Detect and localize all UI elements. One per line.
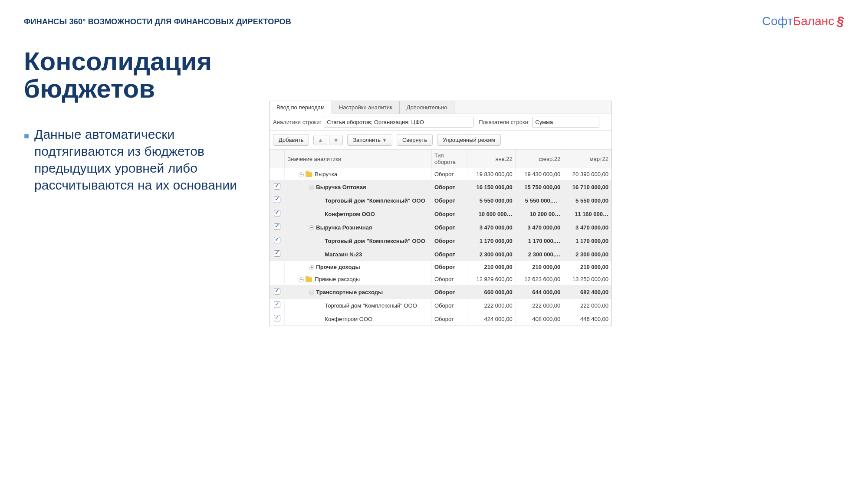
value-cell-m3[interactable]: 446 400,00 [563, 312, 612, 326]
checkbox-icon[interactable] [274, 315, 280, 321]
checkbox-cell[interactable] [270, 248, 285, 261]
value-cell-m1[interactable]: 5 550 000,00 [467, 194, 515, 207]
checkbox-icon[interactable] [274, 210, 280, 216]
value-cell-m1[interactable]: 424 000,00 [467, 312, 515, 326]
checkbox-cell[interactable] [270, 299, 285, 312]
value-cell-m1[interactable]: 660 000,00 [467, 285, 515, 299]
col-analytic-value[interactable]: Значение аналитики [285, 150, 432, 168]
table-row[interactable]: Конфетпром ООООборот10 600 000…10 200 00… [270, 207, 612, 221]
checkbox-cell[interactable] [270, 261, 285, 273]
table-row[interactable]: −ВыручкаОборот19 830 000,0019 430 000,00… [270, 168, 612, 180]
value-cell-m2[interactable]: 15 750 000,00 [515, 180, 563, 194]
value-cell-m1[interactable]: 210 000,00 [467, 261, 515, 273]
value-cell-m1[interactable]: 10 600 000… [467, 207, 515, 221]
value-cell-m3[interactable]: 222 000,00 [563, 299, 612, 312]
row-analytics-input[interactable] [324, 117, 473, 128]
collapse-icon[interactable]: − [299, 277, 304, 282]
move-up-button[interactable]: ▲ [313, 135, 327, 145]
table-row[interactable]: −Выручка ОптоваяОборот16 150 000,0015 75… [270, 180, 612, 194]
table-row[interactable]: Магазин №23Оборот2 300 000,002 300 000,…… [270, 248, 612, 261]
table-row[interactable]: −Выручка РозничнаяОборот3 470 000,003 47… [270, 221, 612, 234]
checkbox-icon[interactable] [274, 183, 280, 190]
collapse-button[interactable]: Свернуть [397, 134, 433, 146]
analytic-name-cell[interactable]: +Прочие доходы [285, 261, 432, 273]
table-row[interactable]: Конфетпром ООООборот424 000,00408 000,00… [270, 312, 612, 326]
value-cell-m2[interactable]: 644 000,00 [515, 285, 563, 299]
value-cell-m1[interactable]: 12 929 600,00 [467, 273, 515, 285]
checkbox-cell[interactable] [270, 221, 285, 234]
table-row[interactable]: Торговый дом "Комплексный" ООООборот5 55… [270, 194, 612, 207]
collapse-icon[interactable]: − [309, 290, 314, 295]
analytic-name-cell[interactable]: Конфетпром ООО [285, 207, 432, 221]
table-row[interactable]: −Транспортные расходыОборот660 000,00644… [270, 285, 612, 299]
checkbox-cell[interactable] [270, 207, 285, 221]
checkbox-cell[interactable] [270, 273, 285, 285]
checkbox-icon[interactable] [274, 197, 280, 203]
value-cell-m3[interactable]: 11 160 000… [563, 207, 612, 221]
expand-icon[interactable]: + [309, 265, 314, 270]
table-row[interactable]: +Прочие доходыОборот210 000,00210 000,00… [270, 261, 612, 273]
tab-analytics-settings[interactable]: Настройки аналитик [332, 101, 400, 114]
checkbox-cell[interactable] [270, 285, 285, 299]
value-cell-m2[interactable]: 3 470 000,00 [515, 221, 563, 234]
analytic-name-cell[interactable]: Торговый дом "Комплексный" ООО [285, 234, 432, 248]
analytic-name-cell[interactable]: Торговый дом "Комплексный" ООО [285, 194, 432, 207]
tab-periods[interactable]: Ввод по периодам [270, 101, 332, 114]
value-cell-m3[interactable]: 20 390 000,00 [563, 168, 612, 180]
value-cell-m3[interactable]: 13 250 000,00 [563, 273, 612, 285]
value-cell-m2[interactable]: 408 000,00 [515, 312, 563, 326]
checkbox-cell[interactable] [270, 194, 285, 207]
value-cell-m1[interactable]: 19 830 000,00 [467, 168, 515, 180]
checkbox-icon[interactable] [274, 250, 280, 257]
analytic-name-cell[interactable]: Магазин №23 [285, 248, 432, 261]
value-cell-m1[interactable]: 3 470 000,00 [467, 221, 515, 234]
value-cell-m1[interactable]: 1 170 000,00 [467, 234, 515, 248]
value-cell-m3[interactable]: 3 470 000,00 [563, 221, 612, 234]
col-feb22[interactable]: февр.22 [515, 150, 563, 168]
tab-additional[interactable]: Дополнительно [400, 101, 455, 114]
add-button[interactable]: Добавить [273, 134, 309, 146]
analytic-name-cell[interactable]: −Выручка Розничная [285, 221, 432, 234]
value-cell-m3[interactable]: 16 710 000,00 [563, 180, 612, 194]
analytic-name-cell[interactable]: −Выручка Оптовая [285, 180, 432, 194]
value-cell-m3[interactable]: 5 550 000,00 [563, 194, 612, 207]
value-cell-m2[interactable]: 1 170 000,… [515, 234, 563, 248]
value-cell-m2[interactable]: 12 623 600,00 [515, 273, 563, 285]
collapse-icon[interactable]: − [299, 172, 304, 177]
checkbox-cell[interactable] [270, 168, 285, 180]
col-jan22[interactable]: янв.22 [467, 150, 515, 168]
col-mar22[interactable]: март22 [563, 150, 612, 168]
value-cell-m3[interactable]: 682 400,00 [563, 285, 612, 299]
analytic-name-cell[interactable]: Торговый дом "Комплексный" ООО [285, 299, 432, 312]
checkbox-icon[interactable] [274, 237, 280, 243]
table-row[interactable]: Торговый дом "Комплексный" ООООборот1 17… [270, 234, 612, 248]
table-row[interactable]: Торговый дом "Комплексный" ООООборот222 … [270, 299, 612, 312]
value-cell-m3[interactable]: 210 000,00 [563, 261, 612, 273]
analytic-name-cell[interactable]: Конфетпром ООО [285, 312, 432, 326]
value-cell-m1[interactable]: 222 000,00 [467, 299, 515, 312]
simple-mode-button[interactable]: Упрощенный режим [437, 134, 501, 146]
checkbox-cell[interactable] [270, 312, 285, 326]
value-cell-m2[interactable]: 5 550 000,…ﾠ [515, 194, 563, 207]
table-row[interactable]: −Прямые расходыОборот12 929 600,0012 623… [270, 273, 612, 285]
value-cell-m1[interactable]: 16 150 000,00 [467, 180, 515, 194]
checkbox-icon[interactable] [274, 223, 280, 230]
value-cell-m2[interactable]: 222 000,00 [515, 299, 563, 312]
value-cell-m2[interactable]: 19 430 000,00 [515, 168, 563, 180]
checkbox-cell[interactable] [270, 180, 285, 194]
move-down-button[interactable]: ▼ [329, 135, 343, 145]
value-cell-m3[interactable]: 1 170 000,00 [563, 234, 612, 248]
checkbox-icon[interactable] [274, 301, 280, 308]
value-cell-m2[interactable]: 10 200 00… [515, 207, 563, 221]
fill-button[interactable]: Заполнить▼ [347, 134, 392, 146]
value-cell-m1[interactable]: 2 300 000,00 [467, 248, 515, 261]
row-indicators-input[interactable] [532, 117, 599, 128]
analytic-name-cell[interactable]: −Прямые расходы [285, 273, 432, 285]
checkbox-icon[interactable] [274, 288, 280, 295]
value-cell-m2[interactable]: 210 000,00 [515, 261, 563, 273]
col-turnover-type[interactable]: Тип оборота [431, 150, 467, 168]
checkbox-cell[interactable] [270, 234, 285, 248]
analytic-name-cell[interactable]: −Выручка [285, 168, 432, 180]
value-cell-m3[interactable]: 2 300 000,00 [563, 248, 612, 261]
value-cell-m2[interactable]: 2 300 000,… [515, 248, 563, 261]
